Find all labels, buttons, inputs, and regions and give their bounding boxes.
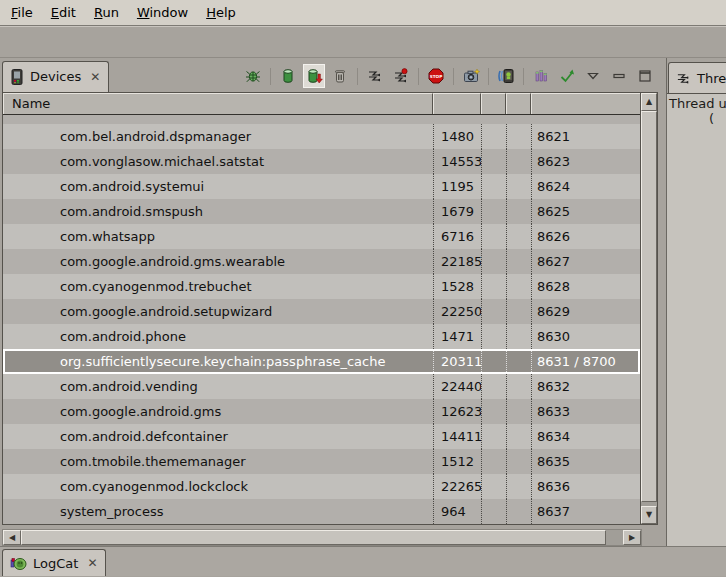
empty-cell xyxy=(481,249,506,274)
update-heap-button[interactable] xyxy=(277,64,299,88)
horizontal-scrollbar-thumb[interactable] xyxy=(21,530,606,545)
column-header-empty2[interactable] xyxy=(506,93,531,114)
empty-cell xyxy=(481,324,506,349)
device-table-row[interactable]: com.google.android.gms 12623 8633 xyxy=(3,399,640,424)
process-name-cell: com.cyanogenmod.trebuchet xyxy=(3,274,433,299)
green-arrow-icon xyxy=(559,68,575,84)
tab-logcat-close-icon[interactable]: ✕ xyxy=(87,557,97,569)
svg-text:STOP: STOP xyxy=(430,74,443,79)
threads-message: Thread up ( xyxy=(667,93,726,546)
toolbar-separator xyxy=(453,68,454,85)
process-pid-cell: 1471 xyxy=(433,324,481,349)
empty-cell xyxy=(481,499,506,524)
column-header-empty1[interactable] xyxy=(481,93,506,114)
device-table-row[interactable]: com.vonglasow.michael.satstat 14553 8623 xyxy=(3,149,640,174)
device-table-row[interactable]: system_process 964 8637 xyxy=(3,499,640,524)
toolbar-separator xyxy=(488,68,489,85)
scroll-down-button[interactable]: ▼ xyxy=(641,506,657,524)
minimize-icon xyxy=(613,71,625,81)
empty-cell xyxy=(481,149,506,174)
device-table-row[interactable]: com.android.defcontainer 14411 8634 xyxy=(3,424,640,449)
empty-cell xyxy=(506,349,531,374)
threads-message-line1: Thread up xyxy=(669,96,726,111)
toolbar-separator xyxy=(270,68,271,85)
process-pid-cell: 1679 xyxy=(433,199,481,224)
debug-selected-process-button[interactable] xyxy=(242,64,264,88)
capture-system-ui-button[interactable] xyxy=(495,64,517,88)
menu-run[interactable]: Run xyxy=(85,2,128,23)
menu-help[interactable]: Help xyxy=(197,2,245,23)
dump-hprof-button[interactable] xyxy=(303,64,325,88)
trash-icon xyxy=(332,68,348,84)
column-header-name[interactable]: Name xyxy=(3,93,433,114)
device-table-row[interactable]: com.whatsapp 6716 8626 xyxy=(3,224,640,249)
empty-cell xyxy=(506,299,531,324)
empty-cell xyxy=(506,449,531,474)
process-port-cell: 8621 xyxy=(531,124,640,149)
process-port-cell: 8627 xyxy=(531,249,640,274)
menu-edit[interactable]: Edit xyxy=(42,2,85,23)
device-table-row[interactable]: com.android.vending 22440 8632 xyxy=(3,374,640,399)
process-port-cell: 8634 xyxy=(531,424,640,449)
start-tracing-button[interactable] xyxy=(556,64,578,88)
process-name-cell: com.google.android.setupwizard xyxy=(3,299,433,324)
process-pid-cell: 22185 xyxy=(433,249,481,274)
stop-process-button[interactable]: STOP xyxy=(425,64,447,88)
start-method-profiling-button[interactable] xyxy=(390,64,412,88)
view-menu-button[interactable] xyxy=(582,64,604,88)
menu-window[interactable]: Window xyxy=(128,2,197,23)
devices-view: Devices ✕ xyxy=(0,58,662,546)
menu-file[interactable]: File xyxy=(2,2,42,23)
empty-cell xyxy=(506,274,531,299)
vertical-scrollbar-thumb[interactable] xyxy=(641,111,657,502)
column-header-port[interactable] xyxy=(531,93,640,114)
empty-cell xyxy=(506,324,531,349)
empty-cell xyxy=(506,499,531,524)
device-screen-icon xyxy=(497,68,515,84)
threads-tab-icon xyxy=(676,71,691,86)
hierarchy-view-button[interactable] xyxy=(530,64,552,88)
scroll-right-button[interactable]: ▶ xyxy=(623,530,641,545)
update-threads-button[interactable] xyxy=(364,64,386,88)
tab-devices[interactable]: Devices ✕ xyxy=(2,61,109,92)
process-port-cell: 8623 xyxy=(531,149,640,174)
tab-threads[interactable]: Threa xyxy=(668,62,726,93)
device-table-row[interactable]: com.bel.android.dspmanager 1480 8621 xyxy=(3,124,640,149)
column-header-pid[interactable] xyxy=(433,93,481,114)
device-table-row[interactable]: com.cyanogenmod.trebuchet 1528 8628 xyxy=(3,274,640,299)
phone-device-icon xyxy=(10,69,24,85)
cause-gc-button[interactable] xyxy=(329,64,351,88)
minimize-view-button[interactable] xyxy=(608,64,630,88)
empty-cell xyxy=(506,424,531,449)
process-port-cell: 8633 xyxy=(531,399,640,424)
tab-logcat[interactable]: LogCat ✕ xyxy=(2,549,106,576)
partial-device-row[interactable] xyxy=(3,115,640,124)
device-table-row[interactable]: com.android.smspush 1679 8625 xyxy=(3,199,640,224)
screen-capture-button[interactable] xyxy=(460,64,482,88)
scroll-left-button[interactable]: ◀ xyxy=(3,530,21,545)
empty-cell xyxy=(481,174,506,199)
device-table-row[interactable]: com.google.android.setupwizard 22250 862… xyxy=(3,299,640,324)
process-port-cell: 8635 xyxy=(531,449,640,474)
empty-cell xyxy=(481,124,506,149)
device-table-row[interactable]: com.android.phone 1471 8630 xyxy=(3,324,640,349)
heap-cylinder-icon xyxy=(280,68,296,84)
device-table-row[interactable]: com.google.android.gms.wearable 22185 86… xyxy=(3,249,640,274)
device-table-row[interactable]: com.tmobile.thememanager 1512 8635 xyxy=(3,449,640,474)
empty-cell xyxy=(481,199,506,224)
device-table-row[interactable]: org.sufficientlysecure.keychain:passphra… xyxy=(3,349,640,374)
tab-threads-label: Threa xyxy=(697,71,726,86)
tab-devices-close-icon[interactable]: ✕ xyxy=(90,71,100,83)
empty-cell xyxy=(506,124,531,149)
process-pid-cell: 14411 xyxy=(433,424,481,449)
device-table-row[interactable]: com.android.systemui 1195 8624 xyxy=(3,174,640,199)
maximize-view-button[interactable] xyxy=(634,64,656,88)
device-table-row[interactable]: com.cyanogenmod.lockclock 22265 8636 xyxy=(3,474,640,499)
scroll-up-button[interactable]: ▲ xyxy=(641,93,657,111)
process-port-cell: 8628 xyxy=(531,274,640,299)
empty-cell xyxy=(506,224,531,249)
process-name-cell: com.android.smspush xyxy=(3,199,433,224)
process-name-cell: com.vonglasow.michael.satstat xyxy=(3,149,433,174)
tab-devices-label: Devices xyxy=(30,69,81,84)
view-menu-chevron-icon xyxy=(587,72,599,80)
